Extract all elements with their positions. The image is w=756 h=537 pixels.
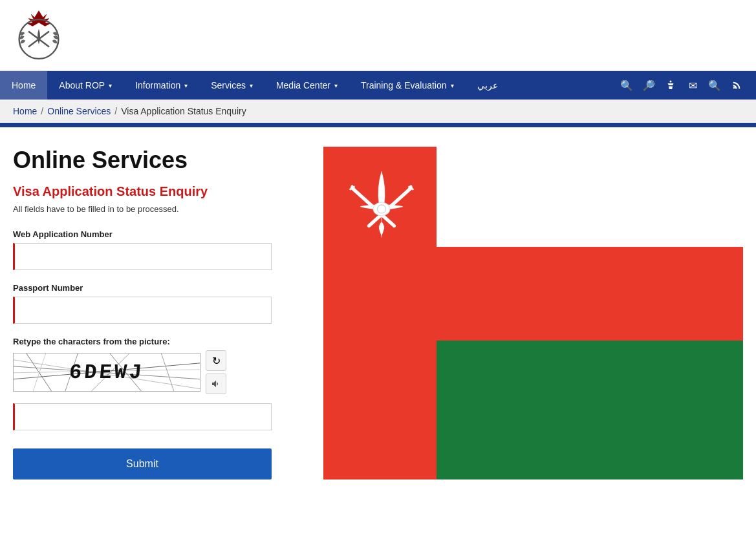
breadcrumb-sep-1: / <box>41 106 43 116</box>
flag-green-bottom <box>437 341 743 479</box>
zoom-in-icon[interactable]: 🔍 <box>618 76 636 94</box>
breadcrumb-sep-2: / <box>114 106 117 116</box>
nav-about-label: About ROP <box>59 80 105 90</box>
form-subtitle: Visa Application Status Enquiry <box>13 184 310 199</box>
captcha-audio-button[interactable] <box>206 374 226 394</box>
breadcrumb-current: Visa Application Status Enquiry <box>121 106 246 116</box>
submit-button[interactable]: Submit <box>13 448 272 479</box>
media-chevron-icon: ▾ <box>334 82 338 89</box>
nav-training-label: Training & Evaluation <box>361 80 447 90</box>
nav-icon-group: 🔍 🔎 ✉ 🔍 <box>618 76 756 94</box>
nav-arabic-label[interactable]: عربي <box>466 71 510 100</box>
captcha-label: Retype the characters from the picture: <box>13 337 310 346</box>
nav-item-home[interactable]: Home <box>0 71 47 100</box>
services-chevron-icon: ▾ <box>250 82 253 89</box>
nav-item-about-rop[interactable]: About ROP ▾ <box>47 71 124 100</box>
svg-line-12 <box>161 353 174 392</box>
captcha-row: 6DEWJ ↻ <box>13 350 310 394</box>
passport-input[interactable] <box>13 297 272 324</box>
breadcrumb: Home / Online Services / Visa Applicatio… <box>0 100 756 125</box>
web-app-input[interactable] <box>13 243 272 270</box>
breadcrumb-home[interactable]: Home <box>13 106 37 116</box>
nav-info-label: Information <box>135 80 180 90</box>
svg-point-5 <box>670 81 672 83</box>
captcha-icons: ↻ <box>206 350 226 394</box>
main-content: Online Services Visa Application Status … <box>0 127 756 499</box>
web-app-label: Web Application Number <box>13 229 310 239</box>
nav-item-media-center[interactable]: Media Center ▾ <box>265 71 349 100</box>
captcha-refresh-button[interactable]: ↻ <box>206 350 226 371</box>
flag-red-right <box>437 247 743 341</box>
nav-items: Home About ROP ▾ Information ▾ Services … <box>0 71 618 100</box>
main-navbar: Home About ROP ▾ Information ▾ Services … <box>0 71 756 100</box>
nav-item-training[interactable]: Training & Evaluation ▾ <box>349 71 466 100</box>
form-description: All fields have to be filled in to be pr… <box>13 204 310 214</box>
captcha-text: 6DEWJ <box>68 361 145 384</box>
flag-section <box>323 147 743 479</box>
rss-icon[interactable] <box>728 76 746 94</box>
site-header <box>0 0 756 71</box>
nav-item-services[interactable]: Services ▾ <box>199 71 265 100</box>
about-chevron-icon: ▾ <box>109 82 112 89</box>
flag-white-top <box>437 147 743 247</box>
svg-point-22 <box>373 202 390 216</box>
flag-emblem <box>336 160 427 250</box>
training-chevron-icon: ▾ <box>451 82 454 89</box>
passport-group: Passport Number <box>13 283 310 324</box>
nav-services-label: Services <box>211 80 246 90</box>
web-app-group: Web Application Number <box>13 229 310 270</box>
svg-marker-0 <box>27 11 50 26</box>
accessibility-icon[interactable] <box>662 76 680 94</box>
captcha-image: 6DEWJ <box>13 353 200 392</box>
info-chevron-icon: ▾ <box>184 82 188 89</box>
captcha-group: Retype the characters from the picture: <box>13 337 310 430</box>
page-title: Online Services <box>13 147 310 174</box>
captcha-input[interactable] <box>13 403 272 430</box>
flag-red-left-bottom <box>323 341 437 479</box>
zoom-out-icon[interactable]: 🔎 <box>640 76 658 94</box>
svg-line-14 <box>33 353 46 392</box>
passport-label: Passport Number <box>13 283 310 293</box>
search-icon[interactable]: 🔍 <box>706 76 724 94</box>
rop-logo <box>13 8 65 63</box>
email-icon[interactable]: ✉ <box>684 76 702 94</box>
oman-flag <box>323 147 743 479</box>
breadcrumb-online-services[interactable]: Online Services <box>47 106 111 116</box>
nav-home-label: Home <box>12 80 36 90</box>
form-section: Online Services Visa Application Status … <box>13 147 310 479</box>
logo-area <box>13 8 65 63</box>
nav-media-label: Media Center <box>276 80 330 90</box>
nav-item-information[interactable]: Information ▾ <box>124 71 199 100</box>
